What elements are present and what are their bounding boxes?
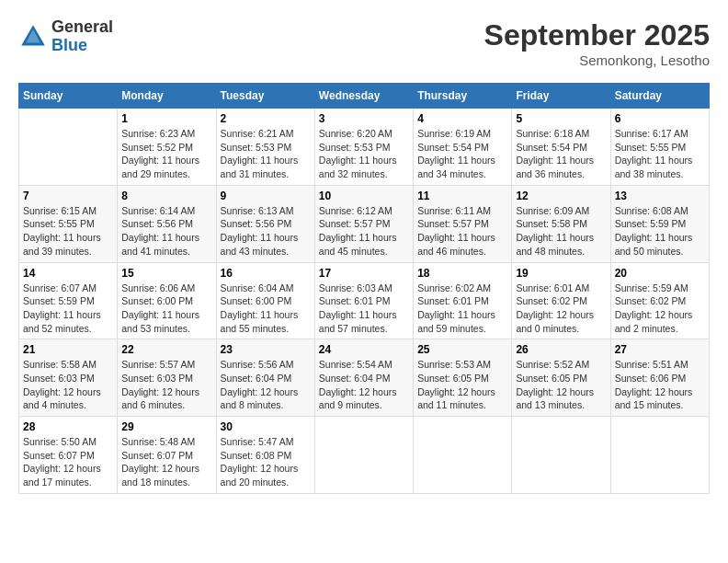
day-info: Sunrise: 6:15 AMSunset: 5:55 PMDaylight:… <box>23 204 113 259</box>
day-number: 9 <box>221 190 311 202</box>
calendar-cell: 24Sunrise: 5:54 AMSunset: 6:04 PMDayligh… <box>314 339 413 417</box>
logo-blue-text: Blue <box>51 36 87 54</box>
logo: General Blue <box>18 18 113 55</box>
calendar-cell: 7Sunrise: 6:15 AMSunset: 5:55 PMDaylight… <box>19 185 118 262</box>
day-number: 6 <box>615 112 705 125</box>
day-info: Sunrise: 5:53 AMSunset: 6:05 PMDaylight:… <box>417 358 507 412</box>
calendar-cell: 22Sunrise: 5:57 AMSunset: 6:03 PMDayligh… <box>118 339 216 417</box>
calendar-cell: 13Sunrise: 6:08 AMSunset: 5:59 PMDayligh… <box>610 185 709 262</box>
calendar-cell: 5Sunrise: 6:18 AMSunset: 5:54 PMDaylight… <box>512 109 610 186</box>
calendar-cell: 29Sunrise: 5:48 AMSunset: 6:07 PMDayligh… <box>118 417 216 494</box>
day-number: 7 <box>23 190 113 202</box>
calendar-cell: 11Sunrise: 6:11 AMSunset: 5:57 PMDayligh… <box>414 185 512 262</box>
column-header-friday: Friday <box>512 84 610 109</box>
calendar-cell: 16Sunrise: 6:04 AMSunset: 6:00 PMDayligh… <box>216 262 314 339</box>
column-header-tuesday: Tuesday <box>216 84 314 109</box>
day-info: Sunrise: 6:13 AMSunset: 5:56 PMDaylight:… <box>221 204 311 259</box>
title-block: September 2025 Semonkong, Lesotho <box>484 18 710 68</box>
day-number: 27 <box>615 343 705 356</box>
day-number: 22 <box>121 343 211 356</box>
calendar-cell: 8Sunrise: 6:14 AMSunset: 5:56 PMDaylight… <box>118 185 216 262</box>
day-info: Sunrise: 6:19 AMSunset: 5:54 PMDaylight:… <box>417 127 507 181</box>
calendar-cell: 30Sunrise: 5:47 AMSunset: 6:08 PMDayligh… <box>216 417 314 494</box>
day-number: 24 <box>319 343 409 356</box>
calendar-cell: 28Sunrise: 5:50 AMSunset: 6:07 PMDayligh… <box>19 417 118 494</box>
calendar-cell: 15Sunrise: 6:06 AMSunset: 6:00 PMDayligh… <box>118 262 216 339</box>
day-number: 16 <box>221 267 311 280</box>
column-header-thursday: Thursday <box>414 84 512 109</box>
month-title: September 2025 <box>484 18 710 52</box>
day-number: 2 <box>221 112 311 125</box>
day-info: Sunrise: 6:17 AMSunset: 5:55 PMDaylight:… <box>615 127 705 181</box>
day-number: 3 <box>319 112 409 125</box>
column-header-wednesday: Wednesday <box>314 84 413 109</box>
calendar-cell: 23Sunrise: 5:56 AMSunset: 6:04 PMDayligh… <box>216 339 314 417</box>
day-info: Sunrise: 6:18 AMSunset: 5:54 PMDaylight:… <box>516 127 606 181</box>
day-info: Sunrise: 6:21 AMSunset: 5:53 PMDaylight:… <box>221 127 311 181</box>
calendar-cell: 14Sunrise: 6:07 AMSunset: 5:59 PMDayligh… <box>19 262 118 339</box>
day-number: 28 <box>23 420 113 433</box>
day-info: Sunrise: 6:23 AMSunset: 5:52 PMDaylight:… <box>121 127 211 181</box>
day-number: 8 <box>121 190 211 202</box>
logo-general-text: General <box>51 17 113 36</box>
logo-icon <box>18 22 48 52</box>
day-info: Sunrise: 6:12 AMSunset: 5:57 PMDaylight:… <box>319 204 409 259</box>
calendar-week-row: 7Sunrise: 6:15 AMSunset: 5:55 PMDaylight… <box>19 185 710 262</box>
day-number: 10 <box>319 190 409 202</box>
day-number: 21 <box>23 343 113 356</box>
day-info: Sunrise: 6:04 AMSunset: 6:00 PMDaylight:… <box>221 282 311 336</box>
day-number: 25 <box>417 343 507 356</box>
calendar-cell: 17Sunrise: 6:03 AMSunset: 6:01 PMDayligh… <box>314 262 413 339</box>
day-info: Sunrise: 5:59 AMSunset: 6:02 PMDaylight:… <box>615 282 705 336</box>
day-info: Sunrise: 6:20 AMSunset: 5:53 PMDaylight:… <box>319 127 409 181</box>
day-number: 1 <box>121 112 211 125</box>
calendar-cell: 3Sunrise: 6:20 AMSunset: 5:53 PMDaylight… <box>314 109 413 186</box>
day-number: 29 <box>121 420 211 433</box>
day-number: 14 <box>23 267 113 280</box>
day-info: Sunrise: 6:06 AMSunset: 6:00 PMDaylight:… <box>121 282 211 336</box>
calendar-cell: 20Sunrise: 5:59 AMSunset: 6:02 PMDayligh… <box>610 262 709 339</box>
day-info: Sunrise: 6:09 AMSunset: 5:58 PMDaylight:… <box>516 204 606 259</box>
calendar-cell: 26Sunrise: 5:52 AMSunset: 6:05 PMDayligh… <box>512 339 610 417</box>
day-info: Sunrise: 5:48 AMSunset: 6:07 PMDaylight:… <box>121 435 211 489</box>
day-number: 12 <box>516 190 606 202</box>
day-number: 13 <box>615 190 705 202</box>
day-info: Sunrise: 6:11 AMSunset: 5:57 PMDaylight:… <box>417 204 507 259</box>
calendar-cell: 6Sunrise: 6:17 AMSunset: 5:55 PMDaylight… <box>610 109 709 186</box>
calendar-cell: 4Sunrise: 6:19 AMSunset: 5:54 PMDaylight… <box>414 109 512 186</box>
day-number: 15 <box>121 267 211 280</box>
calendar-cell <box>610 417 709 494</box>
column-header-saturday: Saturday <box>610 84 709 109</box>
calendar-table: SundayMondayTuesdayWednesdayThursdayFrid… <box>18 83 710 494</box>
day-info: Sunrise: 5:58 AMSunset: 6:03 PMDaylight:… <box>23 358 113 412</box>
day-info: Sunrise: 5:50 AMSunset: 6:07 PMDaylight:… <box>23 435 113 489</box>
calendar-cell <box>512 417 610 494</box>
calendar-week-row: 21Sunrise: 5:58 AMSunset: 6:03 PMDayligh… <box>19 339 710 417</box>
day-number: 20 <box>615 267 705 280</box>
day-info: Sunrise: 5:51 AMSunset: 6:06 PMDaylight:… <box>615 358 705 412</box>
calendar-cell: 12Sunrise: 6:09 AMSunset: 5:58 PMDayligh… <box>512 185 610 262</box>
day-number: 17 <box>319 267 409 280</box>
page-header: General Blue September 2025 Semonkong, L… <box>18 18 710 68</box>
calendar-cell <box>314 417 413 494</box>
calendar-week-row: 14Sunrise: 6:07 AMSunset: 5:59 PMDayligh… <box>19 262 710 339</box>
day-number: 5 <box>516 112 606 125</box>
calendar-cell: 2Sunrise: 6:21 AMSunset: 5:53 PMDaylight… <box>216 109 314 186</box>
day-number: 26 <box>516 343 606 356</box>
calendar-cell <box>414 417 512 494</box>
calendar-cell: 10Sunrise: 6:12 AMSunset: 5:57 PMDayligh… <box>314 185 413 262</box>
column-header-monday: Monday <box>118 84 216 109</box>
day-info: Sunrise: 6:07 AMSunset: 5:59 PMDaylight:… <box>23 282 113 336</box>
day-info: Sunrise: 6:08 AMSunset: 5:59 PMDaylight:… <box>615 204 705 259</box>
day-info: Sunrise: 6:14 AMSunset: 5:56 PMDaylight:… <box>121 204 211 259</box>
day-number: 23 <box>221 343 311 356</box>
day-number: 30 <box>221 420 311 433</box>
day-info: Sunrise: 6:02 AMSunset: 6:01 PMDaylight:… <box>417 282 507 336</box>
day-number: 19 <box>516 267 606 280</box>
calendar-cell: 9Sunrise: 6:13 AMSunset: 5:56 PMDaylight… <box>216 185 314 262</box>
day-info: Sunrise: 6:01 AMSunset: 6:02 PMDaylight:… <box>516 282 606 336</box>
day-info: Sunrise: 5:56 AMSunset: 6:04 PMDaylight:… <box>221 358 311 412</box>
calendar-cell: 21Sunrise: 5:58 AMSunset: 6:03 PMDayligh… <box>19 339 118 417</box>
calendar-cell: 18Sunrise: 6:02 AMSunset: 6:01 PMDayligh… <box>414 262 512 339</box>
calendar-week-row: 1Sunrise: 6:23 AMSunset: 5:52 PMDaylight… <box>19 109 710 186</box>
